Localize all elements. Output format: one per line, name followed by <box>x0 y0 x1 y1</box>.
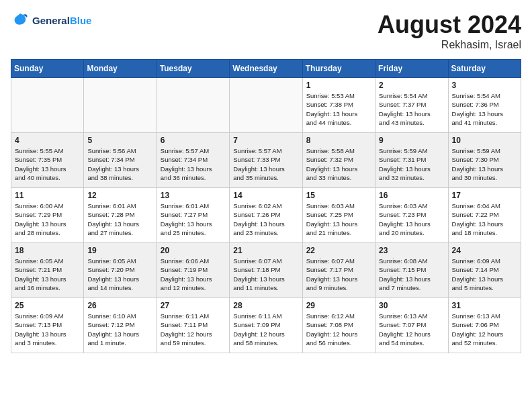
calendar-day-cell: 9Sunrise: 5:59 AM Sunset: 7:31 PM Daylig… <box>375 133 448 188</box>
day-number: 1 <box>306 81 371 90</box>
day-info: Sunrise: 6:09 AM Sunset: 7:13 PM Dayligh… <box>15 312 80 347</box>
day-number: 11 <box>15 191 80 200</box>
calendar-week-row: 11Sunrise: 6:00 AM Sunset: 7:29 PM Dayli… <box>11 188 521 243</box>
logo-icon <box>11 11 30 30</box>
day-number: 16 <box>379 191 444 200</box>
page-header: GeneralBlue August 2024 Rekhasim, Israel <box>11 11 521 51</box>
day-number: 17 <box>452 191 517 200</box>
empty-cell <box>230 78 302 133</box>
day-info: Sunrise: 6:04 AM Sunset: 7:22 PM Dayligh… <box>452 201 517 237</box>
day-number: 5 <box>87 136 152 145</box>
day-info: Sunrise: 6:07 AM Sunset: 7:18 PM Dayligh… <box>233 257 298 292</box>
calendar-week-row: 18Sunrise: 6:05 AM Sunset: 7:21 PM Dayli… <box>11 243 521 298</box>
calendar-day-cell: 13Sunrise: 6:01 AM Sunset: 7:27 PM Dayli… <box>157 188 229 243</box>
day-number: 29 <box>306 301 371 310</box>
day-number: 15 <box>306 191 371 200</box>
calendar-day-cell: 14Sunrise: 6:02 AM Sunset: 7:26 PM Dayli… <box>230 188 302 243</box>
empty-cell <box>11 78 84 133</box>
day-info: Sunrise: 6:01 AM Sunset: 7:27 PM Dayligh… <box>161 201 226 237</box>
calendar-day-cell: 30Sunrise: 6:13 AM Sunset: 7:07 PM Dayli… <box>375 298 448 353</box>
calendar-day-cell: 3Sunrise: 5:54 AM Sunset: 7:36 PM Daylig… <box>448 78 521 133</box>
weekday-header-row: SundayMondayTuesdayWednesdayThursdayFrid… <box>11 60 521 78</box>
calendar-day-cell: 31Sunrise: 6:13 AM Sunset: 7:06 PM Dayli… <box>448 298 521 353</box>
day-info: Sunrise: 6:10 AM Sunset: 7:12 PM Dayligh… <box>87 312 152 347</box>
day-number: 20 <box>161 246 226 255</box>
day-number: 4 <box>15 136 80 145</box>
calendar-day-cell: 11Sunrise: 6:00 AM Sunset: 7:29 PM Dayli… <box>11 188 84 243</box>
day-number: 7 <box>233 136 298 145</box>
day-info: Sunrise: 5:59 AM Sunset: 7:31 PM Dayligh… <box>379 146 444 182</box>
day-info: Sunrise: 6:13 AM Sunset: 7:06 PM Dayligh… <box>452 312 517 347</box>
day-number: 9 <box>379 136 444 145</box>
calendar-day-cell: 21Sunrise: 6:07 AM Sunset: 7:18 PM Dayli… <box>230 243 302 298</box>
month-title: August 2024 <box>378 11 521 39</box>
empty-cell <box>84 78 157 133</box>
day-number: 28 <box>233 301 298 310</box>
day-number: 31 <box>452 301 517 310</box>
weekday-header-sunday: Sunday <box>11 60 84 78</box>
day-info: Sunrise: 6:12 AM Sunset: 7:08 PM Dayligh… <box>306 312 371 347</box>
calendar-day-cell: 19Sunrise: 6:05 AM Sunset: 7:20 PM Dayli… <box>84 243 157 298</box>
day-info: Sunrise: 6:05 AM Sunset: 7:20 PM Dayligh… <box>87 257 152 292</box>
day-number: 19 <box>87 246 152 255</box>
day-info: Sunrise: 5:56 AM Sunset: 7:34 PM Dayligh… <box>87 146 152 182</box>
day-info: Sunrise: 6:01 AM Sunset: 7:28 PM Dayligh… <box>87 201 152 237</box>
calendar-day-cell: 1Sunrise: 5:53 AM Sunset: 7:38 PM Daylig… <box>302 78 375 133</box>
calendar-day-cell: 17Sunrise: 6:04 AM Sunset: 7:22 PM Dayli… <box>448 188 521 243</box>
day-info: Sunrise: 6:02 AM Sunset: 7:26 PM Dayligh… <box>233 201 298 237</box>
empty-cell <box>157 78 229 133</box>
calendar-day-cell: 6Sunrise: 5:57 AM Sunset: 7:34 PM Daylig… <box>157 133 229 188</box>
day-info: Sunrise: 6:03 AM Sunset: 7:25 PM Dayligh… <box>306 201 371 237</box>
calendar-day-cell: 7Sunrise: 5:57 AM Sunset: 7:33 PM Daylig… <box>230 133 302 188</box>
calendar-day-cell: 23Sunrise: 6:08 AM Sunset: 7:15 PM Dayli… <box>375 243 448 298</box>
calendar-table: SundayMondayTuesdayWednesdayThursdayFrid… <box>11 59 521 353</box>
logo-text: GeneralBlue <box>32 15 91 26</box>
day-number: 13 <box>161 191 226 200</box>
calendar-week-row: 1Sunrise: 5:53 AM Sunset: 7:38 PM Daylig… <box>11 78 521 133</box>
day-number: 27 <box>161 301 226 310</box>
day-number: 24 <box>452 246 517 255</box>
day-info: Sunrise: 6:08 AM Sunset: 7:15 PM Dayligh… <box>379 257 444 292</box>
calendar-day-cell: 20Sunrise: 6:06 AM Sunset: 7:19 PM Dayli… <box>157 243 229 298</box>
day-number: 14 <box>233 191 298 200</box>
day-number: 8 <box>306 136 371 145</box>
day-info: Sunrise: 5:54 AM Sunset: 7:36 PM Dayligh… <box>452 91 517 127</box>
day-info: Sunrise: 6:13 AM Sunset: 7:07 PM Dayligh… <box>379 312 444 347</box>
calendar-day-cell: 10Sunrise: 5:59 AM Sunset: 7:30 PM Dayli… <box>448 133 521 188</box>
logo: GeneralBlue <box>11 11 91 30</box>
day-number: 18 <box>15 246 80 255</box>
day-info: Sunrise: 6:05 AM Sunset: 7:21 PM Dayligh… <box>15 257 80 292</box>
weekday-header-wednesday: Wednesday <box>230 60 302 78</box>
day-info: Sunrise: 6:11 AM Sunset: 7:11 PM Dayligh… <box>161 312 226 347</box>
day-number: 10 <box>452 136 517 145</box>
day-info: Sunrise: 6:11 AM Sunset: 7:09 PM Dayligh… <box>233 312 298 347</box>
weekday-header-tuesday: Tuesday <box>157 60 229 78</box>
calendar-day-cell: 18Sunrise: 6:05 AM Sunset: 7:21 PM Dayli… <box>11 243 84 298</box>
calendar-day-cell: 15Sunrise: 6:03 AM Sunset: 7:25 PM Dayli… <box>302 188 375 243</box>
day-info: Sunrise: 6:06 AM Sunset: 7:19 PM Dayligh… <box>161 257 226 292</box>
weekday-header-friday: Friday <box>375 60 448 78</box>
weekday-header-monday: Monday <box>84 60 157 78</box>
weekday-header-saturday: Saturday <box>448 60 521 78</box>
calendar-day-cell: 12Sunrise: 6:01 AM Sunset: 7:28 PM Dayli… <box>84 188 157 243</box>
calendar-week-row: 4Sunrise: 5:55 AM Sunset: 7:35 PM Daylig… <box>11 133 521 188</box>
day-number: 3 <box>452 81 517 90</box>
calendar-day-cell: 5Sunrise: 5:56 AM Sunset: 7:34 PM Daylig… <box>84 133 157 188</box>
day-number: 25 <box>15 301 80 310</box>
calendar-day-cell: 25Sunrise: 6:09 AM Sunset: 7:13 PM Dayli… <box>11 298 84 353</box>
day-info: Sunrise: 5:57 AM Sunset: 7:33 PM Dayligh… <box>233 146 298 182</box>
day-info: Sunrise: 5:54 AM Sunset: 7:37 PM Dayligh… <box>379 91 444 127</box>
calendar-day-cell: 24Sunrise: 6:09 AM Sunset: 7:14 PM Dayli… <box>448 243 521 298</box>
location: Rekhasim, Israel <box>378 39 521 51</box>
day-info: Sunrise: 6:07 AM Sunset: 7:17 PM Dayligh… <box>306 257 371 292</box>
calendar-day-cell: 26Sunrise: 6:10 AM Sunset: 7:12 PM Dayli… <box>84 298 157 353</box>
calendar-day-cell: 2Sunrise: 5:54 AM Sunset: 7:37 PM Daylig… <box>375 78 448 133</box>
calendar-day-cell: 28Sunrise: 6:11 AM Sunset: 7:09 PM Dayli… <box>230 298 302 353</box>
day-info: Sunrise: 6:03 AM Sunset: 7:23 PM Dayligh… <box>379 201 444 237</box>
day-number: 12 <box>87 191 152 200</box>
day-number: 2 <box>379 81 444 90</box>
calendar-week-row: 25Sunrise: 6:09 AM Sunset: 7:13 PM Dayli… <box>11 298 521 353</box>
day-number: 6 <box>161 136 226 145</box>
day-number: 30 <box>379 301 444 310</box>
calendar-day-cell: 4Sunrise: 5:55 AM Sunset: 7:35 PM Daylig… <box>11 133 84 188</box>
